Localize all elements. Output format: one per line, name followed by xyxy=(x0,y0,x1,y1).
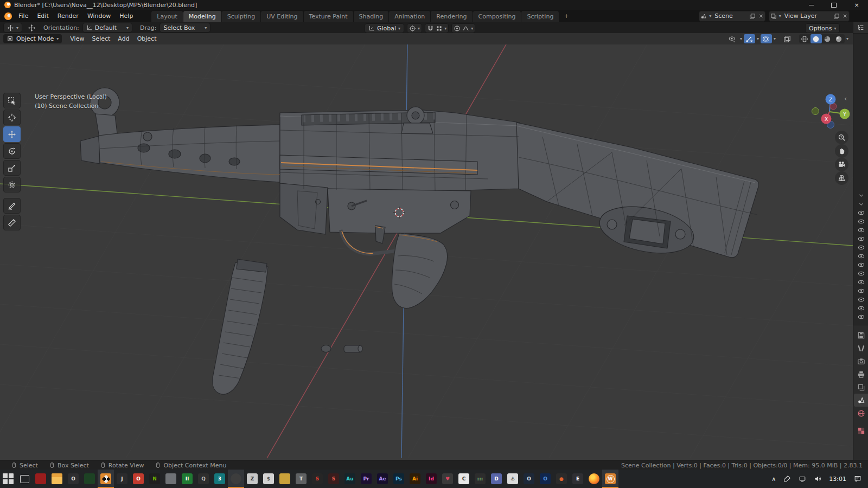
workspace-tab-sculpting[interactable]: Sculpting xyxy=(222,11,260,22)
taskbar-wave-app[interactable] xyxy=(81,470,98,488)
workspace-tab-shading[interactable]: Shading xyxy=(354,11,389,22)
volume-tray-icon[interactable] xyxy=(814,475,821,483)
menu-file[interactable]: File xyxy=(14,11,33,21)
properties-tab-render[interactable] xyxy=(854,355,868,368)
taskbar-anchor-app[interactable]: ⚓ xyxy=(505,470,521,488)
workspace-tab-uv-editing[interactable]: UV Editing xyxy=(261,11,303,22)
workspace-tab-texture-paint[interactable]: Texture Paint xyxy=(304,11,353,22)
taskbar-w-app[interactable]: W xyxy=(602,470,618,488)
new-scene-icon[interactable] xyxy=(749,13,756,20)
mode-dropdown[interactable]: Object Mode▾ xyxy=(3,34,62,43)
blender-menu-icon[interactable] xyxy=(4,12,12,20)
menu-help[interactable]: Help xyxy=(115,11,137,21)
taskbar-substance-painter-app[interactable]: S xyxy=(309,470,326,488)
taskbar-dots-app[interactable]: ::: xyxy=(472,470,488,488)
taskbar-task-view[interactable] xyxy=(16,470,33,488)
object-visibility-toggle[interactable] xyxy=(858,218,865,225)
3d-viewport[interactable]: User Perspective (Local) (10) Scene Coll… xyxy=(0,44,853,460)
options-dropdown[interactable]: Options▾ xyxy=(805,23,840,33)
object-visibility-toggle[interactable] xyxy=(858,287,865,294)
remove-view-layer-icon[interactable] xyxy=(842,13,848,19)
tool-cursor[interactable] xyxy=(3,110,21,125)
shading-rendered-button[interactable] xyxy=(833,34,845,43)
pen-tablet-tray-icon[interactable] xyxy=(783,475,791,483)
add-workspace-button[interactable]: + xyxy=(559,10,573,22)
zoom-view-button[interactable] xyxy=(835,131,848,144)
object-visibility-toggle[interactable] xyxy=(858,305,865,312)
taskbar-aftereffects-app[interactable]: Ae xyxy=(374,470,391,488)
taskbar-blender[interactable] xyxy=(228,470,244,488)
perspective-toggle-button[interactable] xyxy=(835,171,848,185)
taskbar-lens-app[interactable]: Q xyxy=(195,470,212,488)
notifications-tray-icon[interactable] xyxy=(854,475,861,483)
tool-transform[interactable] xyxy=(3,177,21,192)
taskbar-illustrator-app[interactable]: Ai xyxy=(407,470,423,488)
tray-expand-icon[interactable]: ∧ xyxy=(771,476,776,483)
pan-view-button[interactable] xyxy=(835,144,848,158)
taskbar-epic-app[interactable]: E xyxy=(570,470,586,488)
object-visibility-toggle[interactable] xyxy=(858,261,865,268)
viewport-menu-select[interactable]: Select xyxy=(88,34,114,43)
taskbar-chart-app[interactable]: Il xyxy=(179,470,195,488)
menu-render[interactable]: Render xyxy=(53,11,83,21)
maximize-button[interactable] xyxy=(822,0,845,10)
show-gizmo-button[interactable] xyxy=(744,34,755,43)
unlink-scene-icon[interactable] xyxy=(758,13,764,19)
taskbar-gold-app[interactable] xyxy=(277,470,293,488)
object-visibility-toggle[interactable] xyxy=(858,244,865,251)
proportional-edit-controls[interactable]: ▾ xyxy=(451,23,475,33)
shading-material-button[interactable] xyxy=(822,34,833,43)
taskbar-drop-app[interactable]: ● xyxy=(553,470,570,488)
taskbar-firefox[interactable] xyxy=(586,470,602,488)
xray-toggle-button[interactable] xyxy=(782,34,793,43)
workspace-tab-modeling[interactable]: Modeling xyxy=(183,11,221,22)
collection-expand-icon[interactable] xyxy=(858,201,865,208)
tool-scale[interactable] xyxy=(3,160,21,176)
workspace-tab-rendering[interactable]: Rendering xyxy=(431,11,472,22)
taskbar-indesign-app[interactable]: Id xyxy=(423,470,439,488)
viewport-menu-view[interactable]: View xyxy=(66,34,88,43)
outliner-editor-icon[interactable] xyxy=(853,22,868,34)
tool-select-box[interactable] xyxy=(3,93,21,108)
pivot-point-dropdown[interactable]: ▾ xyxy=(407,23,422,33)
object-visibility-toggle[interactable] xyxy=(858,296,865,303)
taskbar-wedge-app[interactable] xyxy=(163,470,179,488)
tool-annotate[interactable] xyxy=(3,198,21,214)
collection-expand-icon[interactable] xyxy=(858,192,865,199)
taskbar-power-app[interactable]: O xyxy=(65,470,81,488)
transform-orientation-dropdown[interactable]: Global▾ xyxy=(365,23,404,33)
workspace-tab-compositing[interactable]: Compositing xyxy=(473,11,521,22)
taskbar-nvidia-app[interactable]: N xyxy=(146,470,163,488)
properties-tab-world[interactable] xyxy=(854,407,868,420)
taskbar-zbrush-app[interactable]: Z xyxy=(244,470,260,488)
object-visibility-toggle[interactable] xyxy=(858,209,865,216)
menu-window[interactable]: Window xyxy=(83,11,115,21)
taskbar-steam-app[interactable]: O xyxy=(521,470,537,488)
show-object-types-button[interactable] xyxy=(727,34,738,43)
taskbar-discord-app[interactable]: D xyxy=(488,470,505,488)
taskbar-photoshop-app[interactable]: Ps xyxy=(391,470,407,488)
shading-wireframe-button[interactable] xyxy=(799,34,810,43)
new-view-layer-icon[interactable] xyxy=(833,13,840,20)
taskbar-explorer[interactable] xyxy=(49,470,65,488)
taskbar-premiere-app[interactable]: Pr xyxy=(358,470,374,488)
clock[interactable]: 13:01 xyxy=(829,476,846,483)
tool-rotate[interactable] xyxy=(3,143,21,159)
object-visibility-toggle[interactable] xyxy=(858,279,865,286)
taskbar-rings-app[interactable]: O xyxy=(537,470,553,488)
drag-dropdown[interactable]: Select Box▾ xyxy=(159,23,210,33)
object-visibility-toggle[interactable] xyxy=(858,253,865,260)
properties-tab-scene[interactable] xyxy=(854,394,868,407)
taskbar-c-white-app[interactable]: C xyxy=(456,470,472,488)
show-overlays-button[interactable] xyxy=(761,34,772,43)
minimize-button[interactable] xyxy=(800,0,822,10)
scene-selector[interactable]: ▾ Scene xyxy=(699,11,765,22)
shading-solid-button[interactable] xyxy=(810,34,822,43)
object-visibility-toggle[interactable] xyxy=(858,235,865,242)
taskbar-dollar-app[interactable]: $ xyxy=(260,470,277,488)
close-button[interactable]: × xyxy=(845,0,868,10)
properties-tab-tool[interactable] xyxy=(854,342,868,355)
taskbar-bolt-app[interactable] xyxy=(33,470,49,488)
menu-edit[interactable]: Edit xyxy=(33,11,53,21)
orientation-dropdown[interactable]: Default▾ xyxy=(82,23,132,33)
